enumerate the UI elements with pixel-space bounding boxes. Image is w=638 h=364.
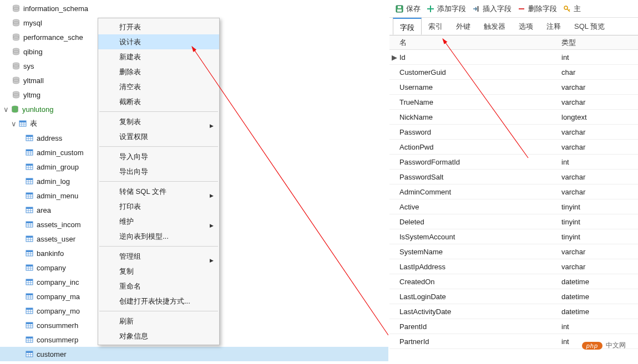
field-row[interactable]: Deletedtinyint bbox=[389, 214, 638, 229]
field-row[interactable]: CreatedOndatetime bbox=[389, 274, 638, 289]
table-label: customer bbox=[37, 350, 66, 358]
primary-key-button[interactable]: 主 bbox=[563, 4, 581, 14]
tab[interactable]: 索引 bbox=[422, 18, 449, 35]
table-label: company_mo bbox=[37, 307, 80, 315]
svg-rect-47 bbox=[26, 207, 33, 209]
tab[interactable]: 选项 bbox=[512, 18, 540, 35]
field-row[interactable]: LastIpAddressvarchar bbox=[389, 259, 638, 274]
field-name: Id bbox=[399, 53, 561, 61]
table-label: admin_menu bbox=[37, 192, 78, 200]
table-node[interactable]: customer_recommends bbox=[0, 361, 388, 364]
field-list[interactable]: ▶IdintCustomerGuidcharUsernamevarcharTru… bbox=[389, 50, 638, 349]
table-icon bbox=[24, 219, 34, 229]
menu-separator bbox=[99, 181, 218, 182]
menu-separator bbox=[99, 111, 218, 112]
menu-item[interactable]: 删除表 bbox=[98, 64, 219, 79]
field-row[interactable]: AdminCommentvarchar bbox=[389, 184, 638, 199]
expand-icon[interactable]: ∨ bbox=[2, 105, 10, 114]
menu-item[interactable]: 创建打开表快捷方式... bbox=[98, 294, 219, 309]
field-row[interactable]: ▶Idint bbox=[389, 50, 638, 65]
menu-item[interactable]: 复制 bbox=[98, 264, 219, 279]
add-field-button[interactable]: 添加字段 bbox=[426, 4, 466, 14]
field-row[interactable]: LastLoginDatedatetime bbox=[389, 289, 638, 304]
menu-item[interactable]: 清空表 bbox=[98, 79, 219, 94]
menu-item[interactable]: 截断表 bbox=[98, 94, 219, 109]
db-label: yltmg bbox=[23, 91, 40, 99]
menu-item[interactable]: 逆向表到模型... bbox=[98, 229, 219, 244]
svg-rect-92 bbox=[26, 337, 33, 339]
menu-item[interactable]: 管理组 bbox=[98, 249, 219, 264]
field-name: AdminComment bbox=[399, 188, 561, 196]
svg-rect-62 bbox=[26, 250, 33, 252]
field-type: datetime bbox=[561, 307, 638, 316]
menu-item[interactable]: 设计表 bbox=[98, 34, 219, 49]
field-type: longtext bbox=[561, 113, 638, 121]
db-node[interactable]: information_schema bbox=[0, 1, 388, 16]
table-icon bbox=[24, 349, 34, 359]
menu-item[interactable]: 重命名 bbox=[98, 279, 219, 294]
tab[interactable]: 注释 bbox=[540, 18, 568, 35]
field-row[interactable]: ActionPwdvarchar bbox=[389, 140, 638, 155]
field-row[interactable]: Passwordvarchar bbox=[389, 125, 638, 140]
menu-item[interactable]: 打印表 bbox=[98, 199, 219, 214]
tab[interactable]: 触发器 bbox=[477, 18, 512, 35]
menu-item[interactable]: 复制表 bbox=[98, 114, 219, 129]
svg-rect-87 bbox=[26, 322, 33, 324]
tab[interactable]: 字段 bbox=[393, 18, 422, 35]
insert-field-icon bbox=[472, 4, 480, 13]
table-context-menu[interactable]: 打开表设计表新建表删除表清空表截断表复制表设置权限导入向导导出向导转储 SQL … bbox=[98, 18, 220, 345]
menu-separator bbox=[99, 246, 218, 247]
field-row[interactable]: Usernamevarchar bbox=[389, 80, 638, 95]
field-name: CreatedOn bbox=[399, 278, 561, 286]
table-icon bbox=[24, 335, 34, 345]
insert-field-button[interactable]: 插入字段 bbox=[472, 4, 512, 14]
delete-field-button[interactable]: 删除字段 bbox=[517, 4, 557, 14]
svg-rect-82 bbox=[26, 308, 33, 310]
tab[interactable]: SQL 预览 bbox=[568, 18, 611, 35]
svg-rect-67 bbox=[26, 265, 33, 266]
field-type: tinyint bbox=[561, 218, 638, 226]
field-row[interactable]: IsSystemAccounttinyint bbox=[389, 229, 638, 244]
save-button[interactable]: 保存 bbox=[395, 4, 421, 14]
designer-tabs[interactable]: 字段索引外键触发器选项注释SQL 预览 bbox=[389, 18, 638, 35]
field-row[interactable]: SystemNamevarchar bbox=[389, 244, 638, 259]
db-label: yunlutong bbox=[22, 105, 53, 114]
designer-toolbar: 保存 添加字段 插入字段 删除字段 主 bbox=[389, 0, 638, 18]
table-label: assets_user bbox=[37, 235, 75, 243]
expand-icon[interactable]: ∨ bbox=[10, 120, 18, 128]
tab[interactable]: 外键 bbox=[449, 18, 477, 35]
menu-item[interactable]: 设置权限 bbox=[98, 129, 219, 144]
database-icon bbox=[11, 18, 21, 28]
primary-key-label: 主 bbox=[574, 4, 581, 14]
menu-item[interactable]: 刷新 bbox=[98, 314, 219, 329]
field-type: varchar bbox=[561, 263, 638, 271]
add-field-label: 添加字段 bbox=[437, 4, 466, 14]
database-icon bbox=[11, 3, 21, 13]
field-type: int bbox=[561, 158, 638, 166]
menu-item[interactable]: 维护 bbox=[98, 214, 219, 229]
field-row[interactable]: ParentIdint bbox=[389, 319, 638, 334]
field-row[interactable]: CustomerGuidchar bbox=[389, 65, 638, 80]
field-row[interactable]: PasswordFormatIdint bbox=[389, 155, 638, 170]
svg-rect-52 bbox=[26, 222, 33, 223]
field-row[interactable]: PasswordSaltvarchar bbox=[389, 170, 638, 184]
database-icon bbox=[11, 61, 21, 71]
table-node[interactable]: customer bbox=[0, 347, 388, 361]
menu-item[interactable]: 导入向导 bbox=[98, 149, 219, 164]
field-name: PasswordFormatId bbox=[399, 158, 561, 166]
svg-rect-22 bbox=[26, 135, 33, 137]
svg-rect-57 bbox=[26, 236, 33, 238]
menu-item[interactable]: 打开表 bbox=[98, 19, 219, 34]
field-row[interactable]: NickNamelongtext bbox=[389, 110, 638, 125]
field-type: varchar bbox=[561, 83, 638, 91]
field-row[interactable]: Activetinyint bbox=[389, 199, 638, 214]
menu-item[interactable]: 对象信息 bbox=[98, 329, 219, 344]
field-row[interactable]: LastActivityDatedatetime bbox=[389, 304, 638, 319]
table-icon bbox=[24, 176, 34, 186]
menu-item[interactable]: 导出向导 bbox=[98, 164, 219, 179]
menu-item[interactable]: 新建表 bbox=[98, 49, 219, 64]
field-row[interactable]: TrueNamevarchar bbox=[389, 95, 638, 110]
field-name: NickName bbox=[399, 113, 561, 121]
menu-item[interactable]: 转储 SQL 文件 bbox=[98, 184, 219, 199]
save-icon bbox=[395, 4, 404, 13]
